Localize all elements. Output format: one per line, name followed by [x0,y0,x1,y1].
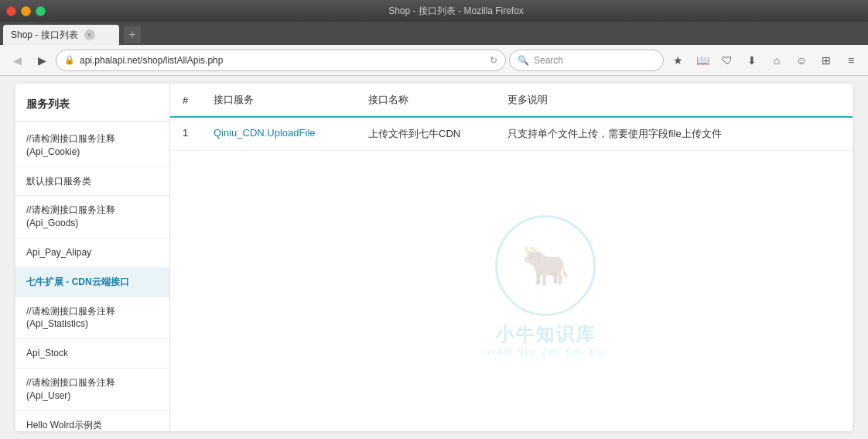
address-url: api.phalapi.net/shop/listAllApis.php [80,55,485,66]
close-btn[interactable] [6,6,16,16]
content-area: 服务列表 //请检测接口服务注释 (Api_Cookie) 默认接口服务类 //… [15,84,853,431]
table-row: 1 Qiniu_CDN.UploadFile 上传文件到七牛CDN 只支持单个文… [170,117,853,151]
address-bar[interactable]: 🔒 api.phalapi.net/shop/listAllApis.php ↻ [56,50,506,71]
back-btn[interactable]: ◀ [6,50,28,71]
lock-icon: 🔒 [64,55,75,65]
nav-icons: ★ 📖 🛡 ⬇ ⌂ ☺ ⊞ ≡ [667,50,862,71]
navbar: ◀ ▶ 🔒 api.phalapi.net/shop/listAllApis.p… [0,45,868,76]
sidebar-item-8[interactable]: Hello Wolrd示例类 [15,411,169,431]
browser-tab[interactable]: Shop - 接口列表 × [3,25,119,45]
search-placeholder: Search [534,55,563,66]
tabbar: Shop - 接口列表 × + [0,22,868,45]
watermark-bull: 🐂 [521,246,569,285]
sidebar-header: 服务列表 [15,91,169,122]
sidebar-item-6[interactable]: Api_Stock [15,339,169,369]
col-desc: 更多说明 [495,84,853,117]
row-num: 1 [170,117,201,151]
col-service: 接口服务 [201,84,356,117]
sidebar-item-5[interactable]: //请检测接口服务注释 (Api_Statistics) [15,297,169,340]
forward-btn[interactable]: ▶ [31,50,53,71]
watermark-circle: 🐂 [495,215,596,316]
sidebar-item-1[interactable]: 默认接口服务类 [15,167,169,197]
watermark: 🐂 小牛知识库 XIAO NIU ZHI SHI KU [485,215,606,357]
row-service: Qiniu_CDN.UploadFile [201,117,356,151]
bookmark-btn[interactable]: ★ [667,50,689,71]
tab-label: Shop - 接口列表 [11,29,78,42]
tab-close-btn[interactable]: × [84,29,95,40]
col-num: # [170,84,201,117]
sidebar: 服务列表 //请检测接口服务注释 (Api_Cookie) 默认接口服务类 //… [15,84,170,431]
row-name: 上传文件到七牛CDN [356,117,495,151]
download-btn[interactable]: ⬇ [741,50,763,71]
minimize-btn[interactable] [21,6,31,16]
shield-btn[interactable]: 🛡 [716,50,738,71]
search-icon: 🔍 [518,55,529,66]
watermark-text-en: XIAO NIU ZHI SHI KU [485,348,606,357]
home-btn[interactable]: ⌂ [766,50,788,71]
titlebar: Shop - 接口列表 - Mozilla Firefox [0,0,868,22]
sidebar-item-0[interactable]: //请检测接口服务注释 (Api_Cookie) [15,125,169,167]
reload-btn[interactable]: ↻ [490,55,497,66]
reader-btn[interactable]: 📖 [692,50,713,71]
sidebar-item-2[interactable]: //请检测接口服务注释 (Api_Goods) [15,196,169,238]
row-desc: 只支持单个文件上传，需要使用字段file上传文件 [495,117,853,151]
maximize-btn[interactable] [36,6,46,16]
sidebar-item-4[interactable]: 七牛扩展 - CDN云端接口 [15,268,169,297]
search-bar[interactable]: 🔍 Search [509,50,664,71]
main-panel: # 接口服务 接口名称 更多说明 1 Qiniu_CDN.UploadFile … [170,84,853,431]
sync-btn[interactable]: ⊞ [815,50,837,71]
watermark-text-cn: 小牛知识库 [485,322,606,347]
chat-btn[interactable]: ☺ [791,50,812,71]
sidebar-item-7[interactable]: //请检测接口服务注释 (Api_User) [15,369,169,411]
api-table: # 接口服务 接口名称 更多说明 1 Qiniu_CDN.UploadFile … [170,84,853,151]
col-name: 接口名称 [356,84,495,117]
titlebar-title: Shop - 接口列表 - Mozilla Firefox [50,5,862,18]
menu-btn[interactable]: ≡ [840,50,862,71]
sidebar-item-3[interactable]: Api_Pay_Alipay [15,238,169,268]
service-link[interactable]: Qiniu_CDN.UploadFile [214,127,316,139]
new-tab-btn[interactable]: + [124,26,141,43]
